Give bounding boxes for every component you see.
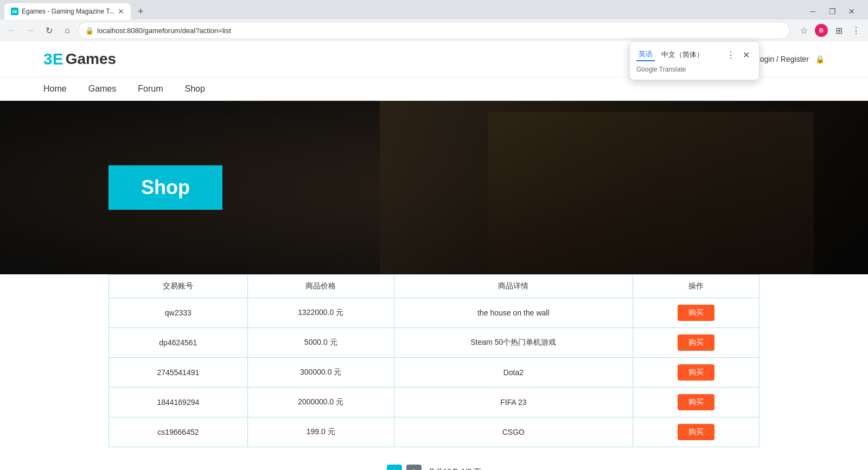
col-header-price: 商品价格 — [247, 275, 394, 298]
cell-account-4: cs19666452 — [109, 417, 248, 447]
col-header-account: 交易账号 — [109, 275, 248, 298]
browser-address-bar-area: ← → ↻ ⌂ 🔒 localhost:8080/gameforum/deal?… — [0, 20, 868, 41]
hero-content: Shop — [0, 165, 222, 210]
more-options-icon[interactable]: ⋮ — [848, 23, 864, 38]
cell-details-3: FIFA 23 — [394, 388, 633, 417]
new-tab-button[interactable]: + — [133, 4, 148, 19]
header-right: Login / Register 🔒 — [756, 55, 825, 63]
cell-details-0: the house on the wall — [394, 298, 633, 328]
cell-details-4: CSGO — [394, 417, 633, 447]
deals-table-section: 交易账号 商品价格 商品详情 操作 qw2333 1322000.0 元 the… — [0, 274, 868, 458]
table-header-row: 交易账号 商品价格 商品详情 操作 — [109, 275, 760, 298]
translate-footer-text: Google Translate — [636, 66, 752, 73]
cell-price-0: 1322000.0 元 — [247, 298, 394, 328]
cell-price-1: 5000.0 元 — [247, 328, 394, 358]
nav-item-games: Games — [88, 84, 117, 94]
hero-section: Shop — [0, 101, 868, 274]
table-row: 1844169294 2000000.0 元 FIFA 23 购买 — [109, 388, 760, 417]
buy-button-4[interactable]: 购买 — [678, 424, 714, 440]
reload-button[interactable]: ↻ — [41, 23, 56, 38]
site-nav: Home Games Forum Shop — [0, 78, 868, 101]
browser-chrome: 3E Egames - Gaming Magazine T... ✕ + ─ ❐… — [0, 0, 868, 41]
cell-action-1: 购买 — [633, 328, 760, 358]
profile-icon[interactable]: B — [814, 23, 829, 38]
cell-action-3: 购买 — [633, 388, 760, 417]
login-register-link[interactable]: Login / Register — [756, 55, 809, 63]
tab-favicon: 3E — [11, 8, 18, 15]
cell-account-0: qw2333 — [109, 298, 248, 328]
cell-price-4: 199.0 元 — [247, 417, 394, 447]
page-1-button[interactable]: 1 — [387, 465, 402, 470]
cell-action-2: 购买 — [633, 358, 760, 388]
nav-link-forum[interactable]: Forum — [138, 84, 163, 93]
col-header-details: 商品详情 — [394, 275, 633, 298]
window-close-button[interactable]: ✕ — [844, 4, 859, 19]
buy-button-0[interactable]: 购买 — [678, 305, 714, 321]
deals-table: 交易账号 商品价格 商品详情 操作 qw2333 1322000.0 元 the… — [108, 274, 760, 447]
browser-tab-active[interactable]: 3E Egames - Gaming Magazine T... ✕ — [4, 3, 131, 20]
translate-lang-tabs: 英语 中文（简体） — [636, 48, 706, 61]
cell-action-0: 购买 — [633, 298, 760, 328]
address-bar[interactable]: 🔒 localhost:8080/gameforum/deal?action=l… — [78, 22, 790, 39]
cell-price-3: 2000000.0 元 — [247, 388, 394, 417]
translate-popup-controls: ⋮ ✕ — [724, 48, 752, 61]
table-row: dp4624561 5000.0 元 Steam 50个热门单机游戏 购买 — [109, 328, 760, 358]
buy-button-1[interactable]: 购买 — [678, 334, 714, 351]
extensions-icon[interactable]: ⊞ — [831, 23, 846, 38]
forward-button[interactable]: → — [23, 23, 38, 38]
hero-shop-box: Shop — [108, 165, 222, 210]
nav-link-games[interactable]: Games — [88, 84, 117, 93]
nav-item-forum: Forum — [138, 84, 163, 94]
buy-button-3[interactable]: 购买 — [678, 394, 714, 410]
table-row: qw2333 1322000.0 元 the house on the wall… — [109, 298, 760, 328]
cell-details-1: Steam 50个热门单机游戏 — [394, 328, 633, 358]
logo-text: Games — [66, 50, 116, 68]
nav-item-home: Home — [43, 84, 67, 94]
google-translate-popup: 英语 中文（简体） ⋮ ✕ Google Translate — [629, 41, 760, 80]
page-2-button[interactable]: 2 — [406, 465, 422, 470]
bookmark-icon[interactable]: ☆ — [796, 23, 812, 38]
col-header-action: 操作 — [633, 275, 760, 298]
translate-lang-chinese[interactable]: 中文（简体） — [659, 49, 706, 61]
home-button[interactable]: ⌂ — [60, 23, 75, 38]
table-row: cs19666452 199.0 元 CSGO 购买 — [109, 417, 760, 447]
url-display: localhost:8080/gameforum/deal?action=lis… — [97, 27, 783, 35]
browser-toolbar: ☆ B ⊞ ⋮ — [796, 23, 864, 38]
cell-account-2: 2745541491 — [109, 358, 248, 388]
translate-more-options-button[interactable]: ⋮ — [724, 48, 737, 61]
header-lock-icon: 🔒 — [815, 55, 825, 63]
hero-figure-overlay — [488, 112, 814, 274]
pagination: 1 2 总共10条 1/2 页 — [0, 458, 868, 470]
cell-price-2: 300000.0 元 — [247, 358, 394, 388]
tab-close-button[interactable]: ✕ — [118, 8, 124, 15]
back-button[interactable]: ← — [4, 23, 20, 38]
logo-symbol: 3E — [43, 50, 63, 68]
cell-details-2: Dota2 — [394, 358, 633, 388]
pagination-info: 总共10条 1/2 页 — [428, 467, 482, 470]
buy-button-2[interactable]: 购买 — [678, 364, 714, 381]
translate-lang-english[interactable]: 英语 — [636, 48, 655, 61]
tab-title: Egames - Gaming Magazine T... — [22, 8, 114, 15]
ssl-lock-icon: 🔒 — [85, 27, 94, 35]
tab-bar: 3E Egames - Gaming Magazine T... ✕ + ─ ❐… — [0, 0, 868, 20]
nav-item-shop: Shop — [185, 84, 205, 94]
table-row: 2745541491 300000.0 元 Dota2 购买 — [109, 358, 760, 388]
nav-link-home[interactable]: Home — [43, 84, 67, 93]
nav-link-shop[interactable]: Shop — [185, 84, 205, 93]
site-logo[interactable]: 3E Games — [43, 50, 116, 68]
window-minimize-button[interactable]: ─ — [805, 4, 820, 19]
window-restore-button[interactable]: ❐ — [825, 4, 840, 19]
translate-popup-header: 英语 中文（简体） ⋮ ✕ — [636, 48, 752, 61]
site-wrapper: 3E Games Login / Register 🔒 Home Games F… — [0, 41, 868, 470]
user-avatar: B — [815, 24, 828, 37]
cell-action-4: 购买 — [633, 417, 760, 447]
cell-account-1: dp4624561 — [109, 328, 248, 358]
translate-close-button[interactable]: ✕ — [739, 48, 752, 61]
cell-account-3: 1844169294 — [109, 388, 248, 417]
